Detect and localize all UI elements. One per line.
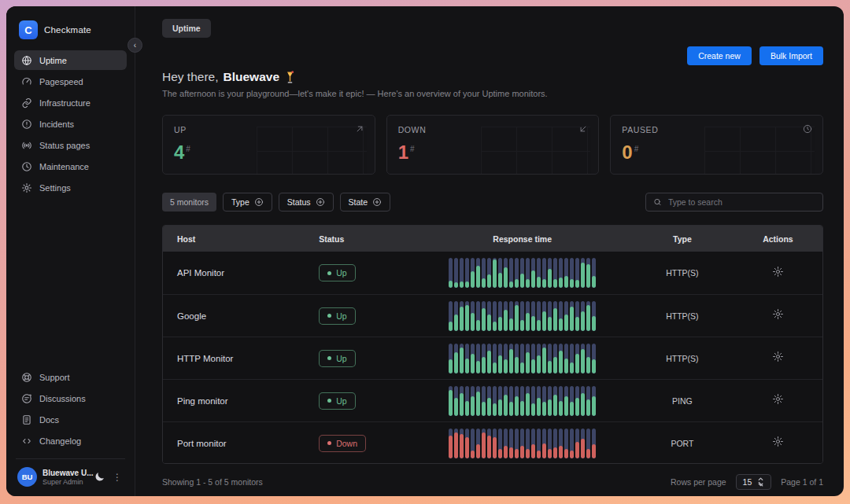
column-header-status[interactable]: Status xyxy=(305,234,413,244)
header-actions: Create new Bulk Import xyxy=(162,46,823,65)
filter-chip-type[interactable]: Type xyxy=(223,193,272,212)
sidebar-item-docs[interactable]: Docs xyxy=(14,410,127,429)
response-bar xyxy=(548,429,552,458)
response-bar xyxy=(559,386,563,416)
response-bar xyxy=(520,301,524,331)
response-bar xyxy=(515,258,519,288)
search-input[interactable] xyxy=(668,197,815,207)
response-bar xyxy=(471,301,475,331)
sidebar-item-discussions[interactable]: Discussions xyxy=(14,388,127,408)
response-bar xyxy=(460,344,464,373)
life-buoy-icon xyxy=(20,371,32,383)
response-bar xyxy=(548,344,552,373)
sidebar-item-label: Incidents xyxy=(39,120,74,129)
column-header-host[interactable]: Host xyxy=(163,234,305,244)
response-bar xyxy=(454,344,458,373)
response-bar xyxy=(537,344,541,373)
sidebar-item-infrastructure[interactable]: Infrastructure xyxy=(14,93,127,112)
response-bar xyxy=(526,301,530,331)
table-row[interactable]: Ping monitor Up PING xyxy=(163,379,822,421)
avatar[interactable]: BU xyxy=(17,467,37,487)
page-indicator: Page 1 of 1 xyxy=(781,477,823,487)
search-icon xyxy=(653,197,662,207)
filter-chip-label: Type xyxy=(231,197,249,207)
stat-value: 0# xyxy=(622,142,811,164)
status-badge: Up xyxy=(319,307,355,325)
row-settings-gear-icon[interactable] xyxy=(772,393,784,407)
plus-circle-icon xyxy=(254,197,264,207)
globe-icon xyxy=(20,54,32,66)
user-name: Bluewave U... xyxy=(42,469,88,477)
response-bar xyxy=(581,386,585,416)
sidebar-collapse-button[interactable]: ‹ xyxy=(128,38,142,53)
table-row[interactable]: Port monitor Down PORT xyxy=(163,421,822,464)
response-bar xyxy=(542,429,546,458)
filter-chip-status[interactable]: Status xyxy=(279,193,334,212)
code-icon xyxy=(20,435,32,447)
sidebar-item-uptime[interactable]: Uptime xyxy=(14,50,127,70)
monitor-count-chip[interactable]: 5 monitors xyxy=(162,193,216,212)
response-bar xyxy=(509,258,513,288)
sidebar-item-label: Pagespeed xyxy=(39,77,83,86)
broadcast-icon xyxy=(20,139,32,151)
response-bar xyxy=(487,301,491,331)
response-bar xyxy=(465,301,469,331)
create-new-button[interactable]: Create new xyxy=(687,46,752,65)
monitor-type: HTTP(S) xyxy=(631,268,734,278)
sidebar-item-pagespeed[interactable]: Pagespeed xyxy=(14,72,127,91)
breadcrumb[interactable]: Uptime xyxy=(162,19,211,38)
table-row[interactable]: API Monitor Up HTTP(S) xyxy=(163,252,822,294)
response-bar xyxy=(592,429,596,458)
sidebar-item-changelog[interactable]: Changelog xyxy=(14,431,127,451)
sidebar-item-status-pages[interactable]: Status pages xyxy=(14,135,127,155)
response-bar xyxy=(509,344,513,373)
response-bar xyxy=(537,258,541,288)
row-settings-gear-icon[interactable] xyxy=(772,436,784,450)
row-settings-gear-icon[interactable] xyxy=(772,266,784,280)
response-bar xyxy=(482,301,486,331)
sidebar-item-label: Status pages xyxy=(39,141,90,150)
response-bar xyxy=(542,386,546,416)
monitor-type: PING xyxy=(631,396,734,406)
response-bar xyxy=(586,429,590,458)
theme-toggle-moon-icon[interactable] xyxy=(94,471,105,483)
response-bar xyxy=(498,258,502,288)
response-bar xyxy=(482,344,486,373)
sidebar-item-incidents[interactable]: Incidents xyxy=(14,114,127,134)
column-header-response-time[interactable]: Response time xyxy=(413,234,631,244)
row-settings-gear-icon[interactable] xyxy=(772,308,784,322)
status-dot xyxy=(327,356,331,360)
response-bar xyxy=(548,301,552,331)
bulk-import-button[interactable]: Bulk Import xyxy=(759,46,823,65)
row-settings-gear-icon[interactable] xyxy=(772,351,784,365)
clock-pause-icon xyxy=(802,123,813,137)
filter-chip-state[interactable]: State xyxy=(340,193,391,212)
user-menu-dots-icon[interactable]: ⋮ xyxy=(111,472,124,483)
sidebar-item-maintenance[interactable]: Maintenance xyxy=(14,156,127,176)
response-time-chart xyxy=(449,344,596,373)
sidebar-item-label: Docs xyxy=(39,415,59,425)
response-bar xyxy=(564,258,568,288)
response-bar xyxy=(520,258,524,288)
column-header-actions[interactable]: Actions xyxy=(734,234,822,244)
response-bar xyxy=(537,301,541,331)
table-row[interactable]: HTTP Monitor Up HTTP(S) xyxy=(163,337,822,379)
response-bar xyxy=(454,429,458,458)
sidebar-item-label: Maintenance xyxy=(39,162,89,171)
response-time-chart xyxy=(449,258,596,288)
gear-icon xyxy=(20,182,32,193)
stat-value: 1# xyxy=(398,142,588,164)
response-bar xyxy=(493,301,497,331)
table-row[interactable]: Google Up HTTP(S) xyxy=(163,294,822,337)
sidebar-item-settings[interactable]: Settings xyxy=(14,178,127,197)
rows-per-page-select[interactable]: 15 xyxy=(736,474,772,490)
response-bar xyxy=(515,344,519,373)
monitor-type: PORT xyxy=(631,439,734,448)
app-logo[interactable]: C Checkmate xyxy=(14,17,127,50)
app-window: C Checkmate ‹ Uptime Pagespeed In xyxy=(6,6,844,496)
response-bar xyxy=(449,429,453,458)
column-header-type[interactable]: Type xyxy=(631,234,734,244)
response-bar xyxy=(559,344,563,373)
response-bar xyxy=(586,386,590,416)
sidebar-item-support[interactable]: Support xyxy=(14,367,127,387)
